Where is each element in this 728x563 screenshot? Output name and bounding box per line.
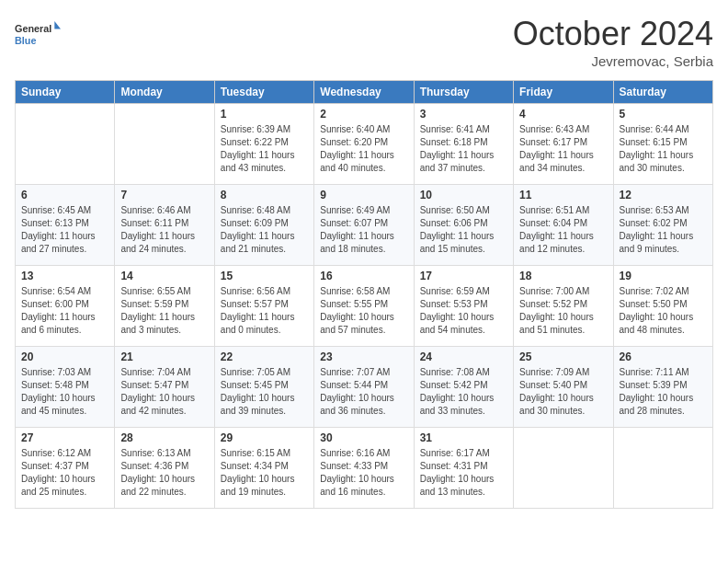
day-number: 10 (420, 189, 507, 201)
logo: General Blue (15, 15, 61, 56)
day-number: 3 (420, 108, 507, 121)
day-number: 1 (221, 108, 308, 121)
day-number: 6 (21, 189, 108, 201)
calendar-cell: 26Sunrise: 7:11 AM Sunset: 5:39 PM Dayli… (613, 347, 712, 428)
day-number: 2 (320, 108, 407, 121)
svg-text:General: General (15, 23, 51, 34)
weekday-monday: Monday (115, 81, 214, 104)
week-row-5: 27Sunrise: 6:12 AM Sunset: 4:37 PM Dayli… (16, 428, 713, 509)
day-content: Sunrise: 7:09 AM Sunset: 5:40 PM Dayligh… (519, 366, 607, 418)
day-content: Sunrise: 7:05 AM Sunset: 5:45 PM Dayligh… (221, 366, 308, 418)
day-number: 18 (519, 270, 607, 282)
calendar-cell: 8Sunrise: 6:48 AM Sunset: 6:09 PM Daylig… (214, 185, 313, 266)
weekday-header-row: SundayMondayTuesdayWednesdayThursdayFrid… (16, 81, 713, 104)
calendar-cell: 28Sunrise: 6:13 AM Sunset: 4:36 PM Dayli… (115, 428, 214, 509)
day-content: Sunrise: 6:48 AM Sunset: 6:09 PM Dayligh… (221, 204, 308, 256)
weekday-sunday: Sunday (16, 81, 115, 104)
week-row-2: 6Sunrise: 6:45 AM Sunset: 6:13 PM Daylig… (16, 185, 713, 266)
calendar-cell: 27Sunrise: 6:12 AM Sunset: 4:37 PM Dayli… (16, 428, 115, 509)
day-number: 11 (519, 189, 607, 201)
calendar-cell: 29Sunrise: 6:15 AM Sunset: 4:34 PM Dayli… (214, 428, 313, 509)
calendar-cell: 24Sunrise: 7:08 AM Sunset: 5:42 PM Dayli… (414, 347, 513, 428)
day-content: Sunrise: 6:46 AM Sunset: 6:11 PM Dayligh… (120, 204, 208, 256)
day-content: Sunrise: 7:00 AM Sunset: 5:52 PM Dayligh… (519, 285, 607, 337)
day-number: 31 (420, 431, 507, 444)
calendar-cell: 22Sunrise: 7:05 AM Sunset: 5:45 PM Dayli… (214, 347, 313, 428)
day-content: Sunrise: 6:49 AM Sunset: 6:07 PM Dayligh… (320, 204, 407, 256)
day-number: 23 (320, 350, 407, 363)
day-number: 26 (620, 350, 707, 363)
day-content: Sunrise: 6:12 AM Sunset: 4:37 PM Dayligh… (21, 447, 108, 499)
calendar-cell: 30Sunrise: 6:16 AM Sunset: 4:33 PM Dayli… (314, 428, 414, 509)
day-number: 20 (21, 350, 108, 363)
day-content: Sunrise: 6:17 AM Sunset: 4:31 PM Dayligh… (420, 447, 507, 499)
weekday-wednesday: Wednesday (314, 81, 414, 104)
day-content: Sunrise: 6:16 AM Sunset: 4:33 PM Dayligh… (320, 447, 407, 499)
day-number: 15 (221, 270, 308, 282)
day-content: Sunrise: 7:11 AM Sunset: 5:39 PM Dayligh… (620, 366, 707, 418)
day-content: Sunrise: 6:44 AM Sunset: 6:15 PM Dayligh… (620, 123, 707, 175)
svg-text:Blue: Blue (15, 35, 36, 46)
day-number: 7 (120, 189, 208, 201)
calendar-cell: 11Sunrise: 6:51 AM Sunset: 6:04 PM Dayli… (514, 185, 613, 266)
calendar-cell: 17Sunrise: 6:59 AM Sunset: 5:53 PM Dayli… (414, 266, 513, 347)
day-number: 22 (221, 350, 308, 363)
weekday-friday: Friday (514, 81, 613, 104)
day-content: Sunrise: 6:50 AM Sunset: 6:06 PM Dayligh… (420, 204, 507, 256)
day-number: 19 (620, 270, 707, 282)
calendar-cell (514, 428, 613, 509)
week-row-3: 13Sunrise: 6:54 AM Sunset: 6:00 PM Dayli… (16, 266, 713, 347)
calendar-cell: 25Sunrise: 7:09 AM Sunset: 5:40 PM Dayli… (514, 347, 613, 428)
calendar-cell: 15Sunrise: 6:56 AM Sunset: 5:57 PM Dayli… (214, 266, 313, 347)
day-number: 9 (320, 189, 407, 201)
day-content: Sunrise: 6:56 AM Sunset: 5:57 PM Dayligh… (221, 285, 308, 337)
calendar-cell (16, 104, 115, 185)
day-content: Sunrise: 6:40 AM Sunset: 6:20 PM Dayligh… (320, 123, 407, 175)
calendar-cell: 5Sunrise: 6:44 AM Sunset: 6:15 PM Daylig… (613, 104, 712, 185)
day-number: 21 (120, 350, 208, 363)
day-content: Sunrise: 6:59 AM Sunset: 5:53 PM Dayligh… (420, 285, 507, 337)
day-content: Sunrise: 6:41 AM Sunset: 6:18 PM Dayligh… (420, 123, 507, 175)
day-content: Sunrise: 6:51 AM Sunset: 6:04 PM Dayligh… (519, 204, 607, 256)
calendar-cell: 6Sunrise: 6:45 AM Sunset: 6:13 PM Daylig… (16, 185, 115, 266)
logo-icon: General Blue (15, 15, 61, 56)
month-title: October 2024 (513, 15, 713, 53)
day-number: 17 (420, 270, 507, 282)
location: Jevremovac, Serbia (513, 53, 713, 69)
week-row-1: 1Sunrise: 6:39 AM Sunset: 6:22 PM Daylig… (16, 104, 713, 185)
calendar-table: SundayMondayTuesdayWednesdayThursdayFrid… (15, 80, 713, 509)
calendar-cell: 4Sunrise: 6:43 AM Sunset: 6:17 PM Daylig… (514, 104, 613, 185)
day-number: 24 (420, 350, 507, 363)
calendar-cell: 23Sunrise: 7:07 AM Sunset: 5:44 PM Dayli… (314, 347, 414, 428)
calendar-cell: 19Sunrise: 7:02 AM Sunset: 5:50 PM Dayli… (613, 266, 712, 347)
day-number: 25 (519, 350, 607, 363)
page-header: General Blue October 2024 Jevremovac, Se… (15, 15, 713, 69)
day-number: 8 (221, 189, 308, 201)
calendar-cell: 14Sunrise: 6:55 AM Sunset: 5:59 PM Dayli… (115, 266, 214, 347)
day-content: Sunrise: 6:13 AM Sunset: 4:36 PM Dayligh… (120, 447, 208, 499)
calendar-cell: 16Sunrise: 6:58 AM Sunset: 5:55 PM Dayli… (314, 266, 414, 347)
weekday-thursday: Thursday (414, 81, 513, 104)
day-number: 13 (21, 270, 108, 282)
day-content: Sunrise: 7:04 AM Sunset: 5:47 PM Dayligh… (120, 366, 208, 418)
calendar-cell (115, 104, 214, 185)
day-content: Sunrise: 7:02 AM Sunset: 5:50 PM Dayligh… (620, 285, 707, 337)
day-content: Sunrise: 7:08 AM Sunset: 5:42 PM Dayligh… (420, 366, 507, 418)
day-content: Sunrise: 6:53 AM Sunset: 6:02 PM Dayligh… (620, 204, 707, 256)
day-number: 28 (120, 431, 208, 444)
day-content: Sunrise: 6:58 AM Sunset: 5:55 PM Dayligh… (320, 285, 407, 337)
day-number: 29 (221, 431, 308, 444)
calendar-cell: 1Sunrise: 6:39 AM Sunset: 6:22 PM Daylig… (214, 104, 313, 185)
week-row-4: 20Sunrise: 7:03 AM Sunset: 5:48 PM Dayli… (16, 347, 713, 428)
calendar-cell: 13Sunrise: 6:54 AM Sunset: 6:00 PM Dayli… (16, 266, 115, 347)
calendar-cell (613, 428, 712, 509)
svg-marker-2 (54, 21, 61, 29)
day-number: 16 (320, 270, 407, 282)
calendar-cell: 20Sunrise: 7:03 AM Sunset: 5:48 PM Dayli… (16, 347, 115, 428)
title-block: October 2024 Jevremovac, Serbia (513, 15, 713, 69)
day-number: 14 (120, 270, 208, 282)
day-number: 12 (620, 189, 707, 201)
day-content: Sunrise: 6:39 AM Sunset: 6:22 PM Dayligh… (221, 123, 308, 175)
weekday-saturday: Saturday (613, 81, 712, 104)
weekday-tuesday: Tuesday (214, 81, 313, 104)
